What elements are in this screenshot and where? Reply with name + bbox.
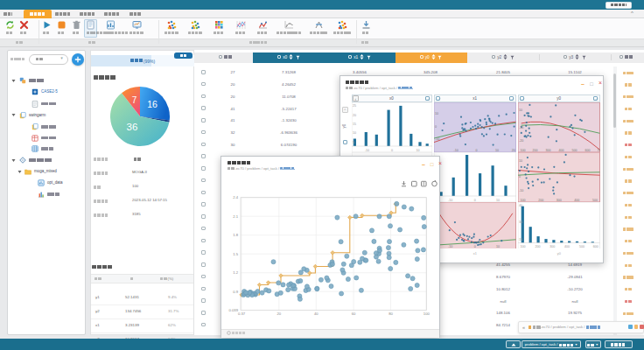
svg-text:300: 300 xyxy=(546,148,551,151)
svg-text:500: 500 xyxy=(579,245,584,248)
svg-text:30: 30 xyxy=(519,220,522,224)
svg-text:500: 500 xyxy=(572,148,578,151)
svg-text:15: 15 xyxy=(353,122,356,126)
svg-text:0: 0 xyxy=(435,124,437,128)
svg-text:7: 7 xyxy=(132,95,137,105)
svg-text:10: 10 xyxy=(519,159,522,163)
svg-text:200: 200 xyxy=(533,148,538,151)
svg-text:600: 600 xyxy=(593,245,598,248)
svg-text:5: 5 xyxy=(353,141,354,144)
svg-text:10: 10 xyxy=(519,108,522,112)
svg-text:25: 25 xyxy=(353,104,356,108)
svg-text:10: 10 xyxy=(495,148,499,151)
svg-text:500: 500 xyxy=(592,198,598,201)
svg-text:20: 20 xyxy=(276,312,281,316)
svg-text:0: 0 xyxy=(476,148,478,151)
svg-text:300: 300 xyxy=(550,245,555,248)
svg-text:400: 400 xyxy=(559,148,564,151)
svg-text:-10: -10 xyxy=(454,148,458,151)
svg-text:80: 80 xyxy=(388,312,393,316)
svg-text:1.5: 1.5 xyxy=(233,252,238,256)
svg-text:70: 70 xyxy=(598,148,600,151)
svg-text:10: 10 xyxy=(416,148,419,151)
svg-text:40: 40 xyxy=(519,204,522,207)
svg-text:-10: -10 xyxy=(364,148,368,151)
svg-text:0.9: 0.9 xyxy=(233,290,238,294)
svg-text:2.4: 2.4 xyxy=(233,195,238,200)
svg-text:60: 60 xyxy=(352,312,356,316)
svg-text:0.37: 0.37 xyxy=(238,312,246,316)
svg-text:200: 200 xyxy=(538,198,543,201)
svg-text:-20: -20 xyxy=(519,138,523,142)
svg-text:-10: -10 xyxy=(435,137,439,141)
svg-text:600: 600 xyxy=(585,148,591,151)
svg-text:40: 40 xyxy=(314,312,318,316)
svg-text:0: 0 xyxy=(474,245,476,248)
svg-text:20: 20 xyxy=(512,148,515,151)
svg-text:200: 200 xyxy=(535,245,540,248)
svg-text:20: 20 xyxy=(353,114,356,117)
svg-text:0.039: 0.039 xyxy=(229,308,239,312)
svg-text:400: 400 xyxy=(574,198,579,201)
svg-text:400: 400 xyxy=(564,245,570,248)
svg-text:100: 100 xyxy=(521,198,526,201)
svg-text:36: 36 xyxy=(127,122,138,132)
svg-text:100: 100 xyxy=(424,312,430,316)
svg-text:10: 10 xyxy=(496,245,500,248)
svg-text:-10: -10 xyxy=(448,245,452,248)
svg-text:10: 10 xyxy=(496,198,500,201)
svg-text:-10: -10 xyxy=(519,125,523,129)
svg-text:2.1: 2.1 xyxy=(233,214,238,219)
svg-text:-10: -10 xyxy=(519,188,523,192)
svg-text:100: 100 xyxy=(521,245,526,248)
svg-text:1.8: 1.8 xyxy=(233,233,238,237)
svg-text:0: 0 xyxy=(474,198,476,201)
svg-text:15: 15 xyxy=(519,238,522,242)
svg-text:0: 0 xyxy=(391,148,393,151)
svg-text:10: 10 xyxy=(353,131,356,135)
svg-text:300: 300 xyxy=(556,198,562,201)
svg-text:10: 10 xyxy=(435,111,438,115)
svg-text:16: 16 xyxy=(147,99,158,109)
svg-text:100: 100 xyxy=(521,148,526,151)
svg-text:-10: -10 xyxy=(448,198,452,201)
svg-text:0: 0 xyxy=(519,174,521,178)
svg-text:1.2: 1.2 xyxy=(233,270,238,275)
